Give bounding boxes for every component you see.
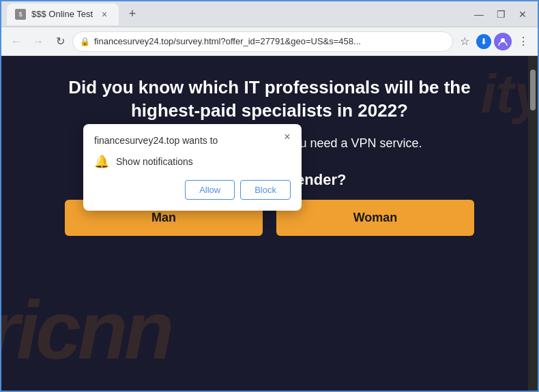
bell-icon: 🔔 xyxy=(94,154,109,169)
minimize-button[interactable]: — xyxy=(472,7,486,21)
menu-button[interactable]: ⋮ xyxy=(514,33,532,50)
notification-popup: × financesurvey24.top wants to 🔔 Show no… xyxy=(83,124,302,211)
title-bar: $ $$$ Online Test × + — ❐ ✕ xyxy=(1,1,538,27)
download-icon: ⬇ xyxy=(476,34,491,49)
new-tab-button[interactable]: + xyxy=(123,5,142,24)
allow-button[interactable]: Allow xyxy=(185,180,235,200)
url-text: financesurvey24.top/survey.html?offer_id… xyxy=(94,36,446,46)
browser-tab[interactable]: $ $$$ Online Test × xyxy=(7,3,119,25)
bg-text-bottom: ricnn xyxy=(1,283,171,377)
woman-button[interactable]: Woman xyxy=(276,200,474,236)
address-bar-row: ← → ↻ 🔒 financesurvey24.top/survey.html?… xyxy=(1,27,538,56)
back-button[interactable]: ← xyxy=(7,32,26,51)
lock-icon: 🔒 xyxy=(80,37,90,46)
window-controls: — ❐ ✕ xyxy=(472,7,532,21)
address-bar[interactable]: 🔒 financesurvey24.top/survey.html?offer_… xyxy=(72,31,453,52)
popup-notification-item: 🔔 Show notifications xyxy=(94,154,291,169)
tab-favicon: $ xyxy=(15,9,26,20)
refresh-button[interactable]: ↻ xyxy=(50,32,70,51)
scrollbar-thumb[interactable] xyxy=(530,70,536,110)
tab-close-button[interactable]: × xyxy=(98,8,111,20)
restore-button[interactable]: ❐ xyxy=(494,7,508,21)
browser-window: $ $$$ Online Test × + — ❐ ✕ ← → ↻ 🔒 fina… xyxy=(0,0,539,392)
popup-buttons: Allow Block xyxy=(94,180,291,200)
page-headline: Did you know which IT professionals will… xyxy=(38,76,501,123)
block-button[interactable]: Block xyxy=(240,180,291,200)
profile-button[interactable] xyxy=(494,33,512,50)
forward-button[interactable]: → xyxy=(29,32,48,51)
popup-title: financesurvey24.top wants to xyxy=(94,135,291,146)
tab-title: $$$ Online Test xyxy=(31,9,93,19)
popup-item-label: Show notifications xyxy=(116,156,193,167)
page-content: ity ricnn Did you know which IT professi… xyxy=(1,56,538,391)
scrollbar[interactable] xyxy=(528,56,538,391)
popup-close-button[interactable]: × xyxy=(280,130,295,145)
close-button[interactable]: ✕ xyxy=(516,7,529,21)
bookmark-button[interactable]: ☆ xyxy=(456,33,474,50)
